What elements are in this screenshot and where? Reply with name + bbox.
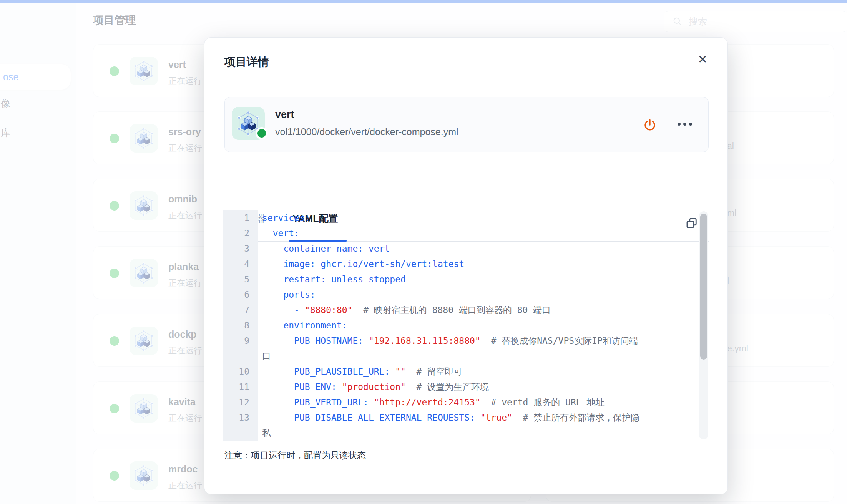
project-name: vert (275, 109, 294, 121)
line-number: 10 (223, 364, 258, 379)
line-number: 6 (223, 287, 258, 302)
readonly-note: 注意：项目运行时，配置为只读状态 (224, 449, 366, 461)
project-detail-modal: 项目详情 ✕ vert vol1/1000/docker/vert/docker… (204, 37, 728, 494)
editor-scrollbar[interactable] (699, 211, 708, 439)
line-number: 7 (223, 302, 258, 318)
project-summary-card: vert vol1/1000/docker/vert/docker-compos… (224, 97, 709, 152)
code-line: 5 restart: unless-stopped (223, 272, 709, 287)
line-number: 4 (223, 256, 258, 272)
copy-icon[interactable] (685, 217, 699, 230)
code-line: 1services: (223, 210, 709, 225)
code-line: 13 PUB_DISABLE_ALL_EXTERNAL_REQUESTS: "t… (223, 410, 709, 441)
line-number: 11 (223, 379, 258, 395)
line-number: 13 (223, 410, 258, 441)
line-number: 1 (223, 210, 258, 225)
line-number: 2 (223, 225, 258, 241)
scrollbar-thumb[interactable] (700, 214, 707, 360)
code-line: 4 image: ghcr.io/vert-sh/vert:latest (223, 256, 709, 272)
status-dot-running (256, 127, 268, 139)
line-number: 3 (223, 241, 258, 256)
yaml-editor[interactable]: 1services:2 vert:3 container_name: vert4… (223, 210, 709, 441)
project-compose-path: vol1/1000/docker/vert/docker-compose.yml (275, 126, 458, 138)
code-line: 3 container_name: vert (223, 241, 709, 256)
code-line: 9 PUB_HOSTNAME: "192.168.31.115:8880" # … (223, 333, 709, 364)
line-number: 5 (223, 272, 258, 287)
code-line: 6 ports: (223, 287, 709, 302)
line-number: 8 (223, 318, 258, 333)
power-button-icon[interactable] (643, 118, 657, 133)
code-line: 2 vert: (223, 225, 709, 241)
more-actions-button[interactable] (678, 123, 692, 126)
code-line: 10 PUB_PLAUSIBLE_URL: "" # 留空即可 (223, 364, 709, 379)
code-line: 7 - "8880:80" # 映射宿主机的 8880 端口到容器的 80 端口 (223, 302, 709, 318)
code-line: 8 environment: (223, 318, 709, 333)
line-number: 9 (223, 333, 258, 364)
line-number: 12 (223, 395, 258, 410)
close-icon[interactable]: ✕ (698, 54, 707, 65)
code-line: 12 PUB_VERTD_URL: "http://vertd:24153" #… (223, 395, 709, 410)
code-line: 11 PUB_ENV: "production" # 设置为生产环境 (223, 379, 709, 395)
modal-title: 项目详情 (224, 55, 269, 70)
